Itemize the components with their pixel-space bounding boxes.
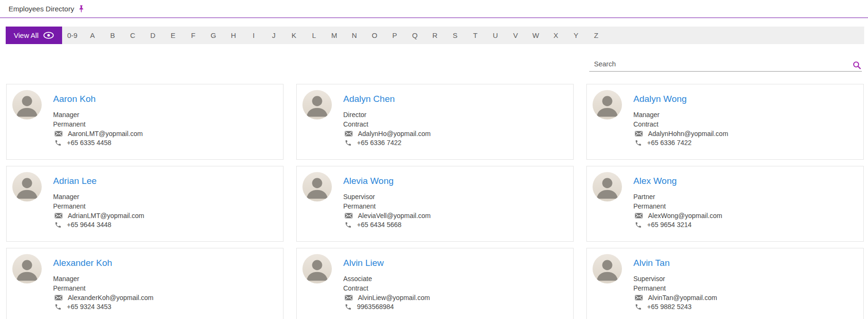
- alphabet-filter-letter[interactable]: J: [264, 27, 284, 44]
- employee-card-grid: Aaron Koh Manager Permanent AaronLMT@yop…: [6, 84, 864, 319]
- employee-employment-type: Contract: [343, 284, 430, 293]
- email-icon: [55, 295, 63, 301]
- search-box: [589, 58, 862, 72]
- search-input[interactable]: [589, 58, 862, 72]
- employee-name-link[interactable]: Alex Wong: [633, 175, 722, 187]
- employee-name-link[interactable]: Alevia Wong: [343, 175, 431, 187]
- alphabet-filter-letter[interactable]: 0-9: [62, 27, 82, 44]
- alphabet-filter-letter[interactable]: M: [324, 27, 345, 44]
- employee-phone: +65 9882 5243: [647, 303, 692, 310]
- alphabet-filter-letter[interactable]: I: [244, 27, 264, 44]
- pushpin-icon: [78, 5, 84, 13]
- alphabet-filter-letter[interactable]: S: [445, 27, 466, 44]
- employee-card: Alvin Liew Associate Contract AlvinLiew@…: [296, 248, 574, 319]
- employee-phone-row: +65 6434 5668: [345, 220, 431, 230]
- employee-phone: +65 6336 7422: [647, 139, 692, 146]
- alphabet-filter-letter[interactable]: A: [82, 27, 103, 44]
- alphabet-filter-letter[interactable]: X: [546, 27, 566, 44]
- employee-email-row: AaronLMT@yopmail.com: [55, 129, 143, 138]
- employee-email-row: AdalynHohn@yopmail.com: [635, 129, 728, 138]
- alphabet-filter-letter[interactable]: B: [102, 27, 123, 44]
- alphabet-filter-letter[interactable]: C: [123, 27, 143, 44]
- employee-email-row: AdrianLMT@yopmail.com: [55, 211, 144, 220]
- employee-employment-type: Permanent: [53, 120, 143, 129]
- avatar: [593, 172, 622, 201]
- email-icon: [55, 131, 63, 137]
- employee-card-body: Aaron Koh Manager Permanent AaronLMT@yop…: [53, 87, 143, 156]
- employee-phone: +65 6336 7422: [357, 139, 402, 146]
- employee-email-row: AdalynHo@yopmail.com: [345, 129, 431, 138]
- alphabet-letters: 0-9 A B C D E F G H I J K L M N O P Q R …: [62, 27, 606, 44]
- employee-employment-type: Contract: [633, 120, 728, 129]
- pin-icon[interactable]: [78, 5, 84, 13]
- avatar: [593, 90, 622, 119]
- employee-name-link[interactable]: Alexander Koh: [53, 257, 154, 269]
- person-photo-placeholder-icon: [302, 254, 332, 283]
- alphabet-filter-letter[interactable]: P: [384, 27, 405, 44]
- alphabet-filter-letter[interactable]: G: [203, 27, 224, 44]
- employee-card-body: Adrian Lee Manager Permanent AdrianLMT@y…: [53, 169, 144, 238]
- employee-name-link[interactable]: Adalyn Wong: [633, 93, 728, 105]
- alphabet-filter-letter[interactable]: Z: [586, 27, 606, 44]
- alphabet-filter-letter[interactable]: V: [505, 27, 526, 44]
- employee-email[interactable]: AlexWong@yopmail.com: [648, 212, 722, 219]
- employee-card-body: Alevia Wong Supervisor Permanent AleviaV…: [343, 169, 431, 238]
- employee-name-link[interactable]: Aaron Koh: [53, 93, 143, 105]
- search-icon[interactable]: [853, 61, 861, 69]
- employee-email-row: AlexWong@yopmail.com: [635, 211, 722, 220]
- avatar: [12, 172, 42, 201]
- alphabet-filter-letter[interactable]: U: [485, 27, 506, 44]
- alphabet-filter-letter[interactable]: T: [465, 27, 485, 44]
- avatar: [12, 254, 42, 283]
- employee-phone: 9963568984: [357, 303, 394, 310]
- employee-job-title: Manager: [53, 192, 144, 202]
- employee-card: Adalyn Chen Director Contract AdalynHo@y…: [296, 84, 574, 160]
- employee-phone-row: +65 9654 3214: [635, 220, 722, 230]
- employee-email-row: AlvinTan@yopmail.com: [635, 293, 717, 302]
- employee-phone: +65 9654 3214: [647, 221, 692, 228]
- employee-email[interactable]: AdrianLMT@yopmail.com: [68, 212, 144, 219]
- alphabet-filter-letter[interactable]: H: [223, 27, 244, 44]
- employee-employment-type: Contract: [343, 120, 431, 129]
- employee-employment-type: Permanent: [53, 202, 144, 211]
- alphabet-filter-letter[interactable]: D: [143, 27, 163, 44]
- search-row: [0, 58, 862, 72]
- employee-phone: +65 6434 5668: [357, 221, 402, 228]
- employee-email[interactable]: AdalynHo@yopmail.com: [358, 130, 431, 137]
- employee-email[interactable]: AleviaVell@yopmail.com: [358, 212, 431, 219]
- employee-name-link[interactable]: Alvin Liew: [343, 257, 430, 269]
- employee-email[interactable]: AlexanderKoh@yopmail.com: [68, 294, 154, 301]
- alphabet-filter-letter[interactable]: L: [304, 27, 324, 44]
- alphabet-filter-letter[interactable]: Q: [405, 27, 425, 44]
- employee-card: Adalyn Wong Manager Contract AdalynHohn@…: [586, 84, 864, 160]
- alphabet-filter-letter[interactable]: R: [425, 27, 445, 44]
- employee-email[interactable]: AlvinTan@yopmail.com: [648, 294, 717, 301]
- view-all-button[interactable]: View All: [6, 27, 62, 44]
- magnifier-icon: [853, 61, 861, 69]
- avatar: [302, 254, 332, 283]
- alphabet-filter-letter[interactable]: K: [284, 27, 304, 44]
- employee-name-link[interactable]: Adalyn Chen: [343, 93, 431, 105]
- alphabet-filter-letter[interactable]: F: [183, 27, 203, 44]
- alphabet-filter-letter[interactable]: W: [526, 27, 546, 44]
- employee-name-link[interactable]: Alvin Tan: [633, 257, 717, 269]
- phone-icon: [635, 303, 642, 310]
- alphabet-filter-letter[interactable]: O: [365, 27, 385, 44]
- alphabet-filter-letter[interactable]: Y: [566, 27, 586, 44]
- employee-email[interactable]: AlvinLiew@yopmail.com: [358, 294, 430, 301]
- alphabet-filter-letter[interactable]: N: [344, 27, 365, 44]
- employee-email[interactable]: AdalynHohn@yopmail.com: [648, 130, 728, 137]
- employee-job-title: Manager: [53, 274, 154, 284]
- employee-job-title: Partner: [633, 192, 722, 202]
- employee-card: Alevia Wong Supervisor Permanent AleviaV…: [296, 166, 574, 242]
- employee-name-link[interactable]: Adrian Lee: [53, 175, 144, 187]
- employee-phone-row: 9963568984: [345, 302, 430, 312]
- person-photo-placeholder-icon: [302, 172, 332, 201]
- email-icon: [345, 131, 353, 137]
- employee-job-title: Manager: [633, 110, 728, 120]
- employee-email[interactable]: AaronLMT@yopmail.com: [68, 130, 143, 137]
- person-photo-placeholder-icon: [12, 90, 42, 119]
- phone-icon: [55, 139, 62, 146]
- avatar: [593, 254, 622, 283]
- alphabet-filter-letter[interactable]: E: [163, 27, 183, 44]
